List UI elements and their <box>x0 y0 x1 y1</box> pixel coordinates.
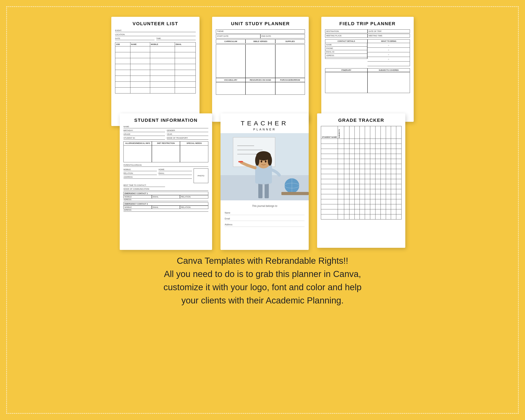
volunteer-date-field: DATE: <box>115 37 155 40</box>
teacher-bottom: This journal belongs to Name Email Addre… <box>221 200 309 250</box>
volunteer-date-time-row: DATE: TIME: <box>115 37 196 40</box>
table-row <box>321 159 402 164</box>
bottom-line3: customize it with your logo, font and co… <box>163 280 361 294</box>
bottom-line4: your clients with their Academic Plannin… <box>163 294 361 307</box>
stu-diet-body <box>152 146 180 162</box>
stu-mode-comm: MODE OF COMMUNICATION: <box>123 188 208 191</box>
volunteer-location-field: LOCATION: <box>115 33 196 36</box>
stu-id-row: STUDENT ID: MODE OF TRANSPORT: <box>123 137 208 140</box>
field-phone-label: PHONE: <box>325 47 367 50</box>
grade-col-6 <box>370 126 375 139</box>
grade-col-10 <box>391 126 396 139</box>
stu-emergency1-row: MOBILE EMAIL RELATION: <box>123 195 208 198</box>
col-job: JOB <box>115 42 131 47</box>
bottom-text: Canva Templates with Rebrandable Rights!… <box>142 250 382 315</box>
teacher-top: TEACHER PLANNER <box>221 113 309 133</box>
unit-purchase-body <box>275 82 305 95</box>
stu-em2-relation: RELATION: <box>180 205 208 209</box>
stu-contact-left: MOBILE: HOME: RELATION: EMAIL: ADDRESS <box>123 168 192 183</box>
field-title: FIELD TRIP PLANNER <box>325 21 410 27</box>
unit-main-body <box>216 44 305 78</box>
table-row <box>321 199 402 204</box>
field-place-row: MEETING PLACE: MEETING TIME: <box>325 34 410 37</box>
table-row <box>115 76 196 82</box>
field-extra-label <box>325 57 367 59</box>
stu-birthday: BIRTHDAY: <box>123 129 165 132</box>
grade-col-9 <box>386 126 391 139</box>
outer-container: VOLUNTEER LIST EVENT: LOCATION: DATE: TI… <box>0 0 525 420</box>
field-contact-left: NAME: PHONE: EMAIL ID: ADRESS: <box>325 43 367 66</box>
field-email-label: EMAIL ID: <box>325 50 367 54</box>
field-check5 <box>367 62 410 66</box>
table-row <box>321 149 402 154</box>
unit-theme: THEME: <box>216 29 305 34</box>
svg-point-14 <box>261 160 262 163</box>
table-row <box>321 164 402 169</box>
unit-vocab-header: VOCABULARY <box>216 78 245 82</box>
stu-em1-email: EMAIL <box>152 195 180 198</box>
stu-em1-relation: RELATION: <box>180 195 208 198</box>
stu-relation: RELATION: <box>123 172 157 175</box>
stu-parent: PARENT/GUARDIAN: <box>123 164 208 167</box>
field-meeting-place: MEETING PLACE: <box>325 34 367 37</box>
teacher-belongs: This journal belongs to <box>225 205 304 207</box>
grade-header-row: STUDENT NAME SUBJECTS <box>321 126 402 139</box>
field-check3: ○ <box>367 52 410 57</box>
stu-special-body <box>180 146 208 162</box>
teacher-title-sub: PLANNER <box>225 128 304 131</box>
row2-cards: STUDENT INFORMATION NAME: BIRTHDAY: GEND… <box>17 113 508 250</box>
stu-best-time: BEST TIME TO CONTACT: <box>123 184 165 187</box>
subjects-label: SUBJECTS <box>338 129 340 138</box>
volunteer-event-field: EVENT: <box>115 29 196 32</box>
stu-year: YEAR: <box>167 133 208 136</box>
grade-col-4 <box>360 126 365 139</box>
svg-point-15 <box>265 160 266 163</box>
stu-mobile: MOBILE: <box>123 168 157 171</box>
content-area: VOLUNTEER LIST EVENT: LOCATION: DATE: TI… <box>17 17 508 403</box>
table-row <box>115 52 196 58</box>
bottom-line1: Canva Templates with Rebrandable Rights!… <box>163 254 361 267</box>
unit-supplies-body <box>275 44 305 78</box>
stu-allergies-body <box>123 146 152 162</box>
unit-end-date: END DATE: <box>260 34 305 38</box>
grade-col-11 <box>396 126 402 139</box>
field-section2-headers: ITINERARY SUBJECTS COVERED <box>325 68 410 72</box>
teacher-name-field: Name <box>225 212 304 215</box>
teacher-address-field: Address <box>225 224 304 227</box>
stu-parent-section: PARENT/GUARDIAN: MOBILE: HOME: RELATION:… <box>123 164 208 183</box>
table-row <box>115 82 196 88</box>
svg-point-12 <box>255 155 259 166</box>
svg-point-13 <box>268 155 272 166</box>
table-row <box>115 88 196 93</box>
stu-transport: MODE OF TRANSPORT: <box>167 137 208 140</box>
stu-best-time-row: BEST TIME TO CONTACT: <box>123 184 208 187</box>
field-subjects-body <box>367 72 410 93</box>
grade-title: GRADE TRACKER <box>321 118 402 123</box>
table-row <box>321 174 402 179</box>
unit-purchase-header: PURCHASE/BORROW <box>275 78 305 82</box>
svg-rect-17 <box>238 161 243 162</box>
field-trip-card: FIELD TRIP PLANNER DESTINATION: DATE OF … <box>321 17 414 122</box>
table-row <box>115 58 196 64</box>
stu-special-header: SPECIAL NEEDS <box>180 141 208 146</box>
unit-vocab-body <box>216 82 245 95</box>
col-mobile: MOBILE <box>150 42 175 47</box>
field-check4: ○ <box>367 57 410 62</box>
stu-birthday-row: BIRTHDAY: GENDER: <box>123 129 208 132</box>
field-contact-headers: CONTACT DETAILS WHAT TO BRING <box>325 39 410 43</box>
field-date: DATE OF TRIP: <box>367 29 410 33</box>
stu-diet-header: DIET RESTRICTION <box>152 141 180 146</box>
student-title: STUDENT INFORMATION <box>123 118 208 123</box>
field-contact-title: CONTACT DETAILS <box>325 39 367 43</box>
table-row <box>115 70 196 76</box>
table-row <box>321 169 402 174</box>
stu-name: NAME: <box>123 126 208 128</box>
grade-subjects-col: SUBJECTS <box>338 126 344 139</box>
col-email: EMAIL <box>175 42 196 47</box>
col-name: NAME <box>130 42 150 47</box>
stu-relation-email-row: RELATION: EMAIL: <box>123 172 192 175</box>
grade-col-7 <box>375 126 381 139</box>
grade-student-name-col: STUDENT NAME <box>321 126 338 139</box>
stu-em2-email: EMAIL <box>152 205 180 209</box>
row1-cards: VOLUNTEER LIST EVENT: LOCATION: DATE: TI… <box>17 17 508 126</box>
